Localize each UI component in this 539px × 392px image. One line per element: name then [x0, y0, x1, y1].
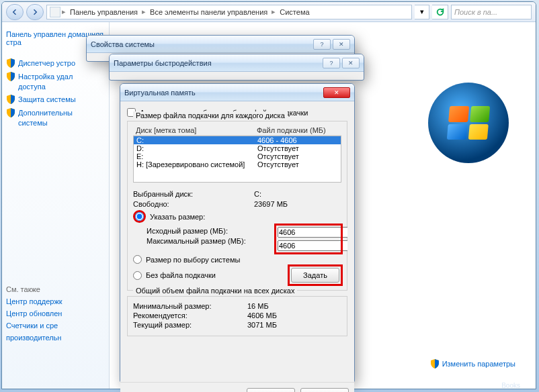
selected-disk-row: Выбранный диск:C:: [133, 190, 341, 198]
dialog-title: Виртуальная память: [124, 89, 196, 97]
close-button[interactable]: ✕: [333, 39, 350, 50]
initial-size-input[interactable]: [278, 227, 347, 238]
max-size-input[interactable]: [278, 240, 347, 251]
sidebar-advanced-2[interactable]: системы: [18, 119, 105, 127]
title-bar[interactable]: Параметры быстродействия ?✕: [110, 54, 364, 72]
shield-icon: [6, 108, 15, 117]
sidebar-remote-2[interactable]: доступа: [18, 83, 105, 91]
total-min-row: Минимальный размер:16 МБ: [133, 302, 341, 310]
breadcrumb-item[interactable]: Панель управления: [67, 8, 140, 16]
seealso-label: См. также: [6, 285, 105, 293]
radio-no-pagefile[interactable]: Без файла подкачки: [133, 271, 289, 280]
shield-icon: [6, 58, 15, 68]
close-button[interactable]: ✕: [323, 87, 350, 98]
disk-row[interactable]: C:4606 - 4606: [134, 136, 341, 144]
taskbar-label: Books: [501, 382, 520, 389]
help-button[interactable]: ?: [323, 58, 340, 68]
perf-options-dialog: Параметры быстродействия ?✕: [109, 54, 364, 81]
total-cur-row: Текущий размер:3071 МБ: [133, 321, 341, 329]
disk-list-header: Диск [метка тома] Файл подкачки (МБ): [133, 126, 341, 136]
close-button[interactable]: ✕: [342, 58, 360, 68]
disk-row[interactable]: H: [Зарезервировано системой]Отсутствует: [134, 160, 341, 168]
radio-highlight: [133, 210, 146, 223]
seealso-update[interactable]: Центр обновлен: [6, 309, 105, 317]
shield-icon: [6, 72, 15, 81]
windows-logo: [428, 83, 509, 163]
sidebar-advanced[interactable]: Дополнительны: [6, 108, 105, 117]
help-button[interactable]: ?: [313, 39, 331, 50]
search-input[interactable]: Поиск в па...: [451, 5, 532, 19]
set-button-highlight: Задать: [289, 266, 341, 285]
sidebar: Панель управлен домашняя стра Диспетчер …: [2, 22, 110, 389]
size-inputs-highlight: [276, 225, 341, 253]
breadcrumb-item[interactable]: Система: [277, 8, 312, 16]
radio-system-managed[interactable]: Размер по выбору системы: [133, 255, 341, 264]
radio-custom-size[interactable]: Указать размер:: [133, 210, 341, 223]
free-space-row: Свободно:23697 МБ: [133, 200, 341, 208]
shield-icon: [6, 95, 15, 104]
initial-size-row: Исходный размер (МБ):: [147, 227, 276, 235]
shield-icon: [430, 359, 440, 369]
address-bar: ▸ Панель управления ▸ Все элементы панел…: [2, 2, 536, 22]
sidebar-protect[interactable]: Защита системы: [6, 95, 105, 104]
disk-row[interactable]: E:Отсутствует: [134, 152, 341, 160]
set-button[interactable]: Задать: [291, 268, 339, 283]
sidebar-remote[interactable]: Настройка удал: [6, 72, 105, 81]
dialog-buttons: ОК Отмена: [120, 382, 354, 392]
dropdown-button[interactable]: ▾: [415, 5, 429, 19]
total-rec-row: Рекомендуется:4606 МБ: [133, 311, 341, 320]
seealso-perf[interactable]: Счетчики и сре: [6, 322, 105, 330]
cancel-button[interactable]: Отмена: [300, 388, 349, 392]
back-button[interactable]: [6, 4, 24, 20]
refresh-button[interactable]: [432, 5, 448, 19]
max-size-row: Максимальный размер (МБ):: [147, 237, 276, 245]
windows-flag-icon: [447, 106, 490, 140]
search-placeholder: Поиск в па...: [454, 8, 497, 16]
virtual-memory-dialog: Виртуальная память ✕ Автоматически выбир…: [120, 83, 355, 383]
title-bar[interactable]: Свойства системы ?✕: [87, 36, 354, 53]
dialog-title: Параметры быстродействия: [114, 59, 212, 67]
title-bar[interactable]: Виртуальная память ✕: [120, 84, 354, 101]
system-icon: [50, 7, 60, 17]
breadcrumb[interactable]: ▸ Панель управления ▸ Все элементы панел…: [46, 5, 412, 19]
forward-button[interactable]: [26, 4, 44, 20]
seealso-perf2[interactable]: производительн: [6, 334, 105, 342]
change-params-link[interactable]: Изменить параметры: [430, 359, 515, 369]
breadcrumb-item[interactable]: Все элементы панели управления: [147, 8, 270, 16]
ok-button[interactable]: ОК: [247, 388, 295, 392]
dialog-title: Свойства системы: [91, 40, 155, 48]
disk-row[interactable]: D:Отсутствует: [134, 144, 341, 152]
groupbox-label: Общий объем файла подкачки на всех диска…: [133, 287, 297, 295]
groupbox-label: Размер файла подкачки для каждого диска: [133, 111, 288, 119]
disk-list[interactable]: C:4606 - 4606 D:Отсутствует E:Отсутствуе…: [133, 136, 341, 183]
seealso-support[interactable]: Центр поддержк: [6, 297, 105, 305]
